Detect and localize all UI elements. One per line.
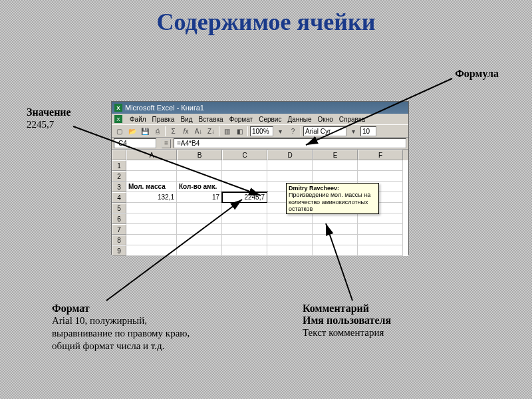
- cell[interactable]: [126, 203, 177, 213]
- cell[interactable]: [267, 224, 313, 235]
- row-header[interactable]: 1: [112, 160, 126, 171]
- cell[interactable]: [358, 171, 403, 182]
- cell[interactable]: Кол-во амк.: [177, 182, 222, 192]
- sum-icon[interactable]: Σ: [168, 126, 179, 137]
- equals-button[interactable]: =: [162, 139, 171, 148]
- cell[interactable]: [267, 213, 313, 224]
- cell[interactable]: [177, 213, 222, 224]
- help-icon[interactable]: ?: [287, 126, 299, 137]
- menu-tools[interactable]: Сервис: [259, 116, 281, 123]
- menu-window[interactable]: Окно: [318, 116, 333, 123]
- cell[interactable]: [126, 245, 177, 256]
- cell[interactable]: [222, 235, 267, 245]
- row-header[interactable]: 8: [112, 235, 126, 245]
- cell[interactable]: [222, 182, 267, 192]
- annotation-format: Формат Arial 10, полужирный, выравнивани…: [52, 303, 190, 352]
- cell[interactable]: [222, 245, 267, 256]
- column-header[interactable]: C: [222, 150, 267, 160]
- cell[interactable]: [358, 213, 403, 224]
- cell[interactable]: 17: [177, 192, 222, 203]
- map-icon[interactable]: ◧: [234, 126, 245, 137]
- menu-file[interactable]: Файл: [130, 116, 146, 123]
- cell[interactable]: [177, 245, 222, 256]
- cell[interactable]: [126, 160, 177, 171]
- row-header[interactable]: 2: [112, 171, 126, 182]
- fx-icon[interactable]: fx: [180, 126, 192, 137]
- column-header[interactable]: F: [358, 150, 403, 160]
- fontsize-field[interactable]: 10: [360, 126, 376, 136]
- cell[interactable]: [267, 245, 313, 256]
- cell[interactable]: [222, 203, 267, 213]
- cell[interactable]: [267, 160, 313, 171]
- cell[interactable]: [267, 171, 313, 182]
- menu-format[interactable]: Формат: [229, 116, 253, 123]
- cell[interactable]: 132,1: [126, 192, 177, 203]
- annotation-value-sub: 2245,7: [27, 118, 71, 131]
- annotation-comment: Комментарий Имя пользователя Текст комме…: [303, 303, 391, 339]
- menu-data[interactable]: Данные: [287, 116, 311, 123]
- cell[interactable]: [267, 235, 313, 245]
- name-box[interactable]: C4: [114, 138, 156, 148]
- cell[interactable]: [313, 224, 358, 235]
- open-icon[interactable]: 📂: [126, 126, 138, 137]
- save-icon[interactable]: 💾: [139, 126, 150, 137]
- row-header[interactable]: 9: [112, 245, 126, 256]
- annotation-value: Значение 2245,7: [27, 106, 71, 131]
- cell[interactable]: [222, 224, 267, 235]
- sort-desc-icon[interactable]: Z↓: [205, 126, 217, 137]
- menubar: X Файл Правка Вид Вставка Формат Сервис …: [112, 114, 408, 124]
- separator: [165, 126, 166, 136]
- annotation-format-l3: общий формат числа и т.д.: [52, 340, 190, 352]
- column-header[interactable]: A: [126, 150, 177, 160]
- cell[interactable]: [177, 224, 222, 235]
- dropdown-icon[interactable]: ▾: [275, 126, 286, 137]
- cell[interactable]: [358, 235, 403, 245]
- column-header[interactable]: B: [177, 150, 222, 160]
- menu-edit[interactable]: Правка: [152, 116, 175, 123]
- annotation-format-head: Формат: [52, 303, 190, 315]
- row-header[interactable]: 3: [112, 182, 126, 192]
- cell[interactable]: [222, 160, 267, 171]
- dropdown-icon[interactable]: ▾: [348, 126, 359, 137]
- menu-help[interactable]: Справка: [339, 116, 365, 123]
- comment-popup: Dmitry Ravcheev: Произведение мол. массы…: [286, 183, 379, 214]
- cell[interactable]: 2245,7: [222, 192, 267, 203]
- zoom-field[interactable]: 100%: [250, 126, 273, 136]
- cell[interactable]: [313, 171, 358, 182]
- cell[interactable]: [177, 171, 222, 182]
- chart-icon[interactable]: ▥: [221, 126, 233, 137]
- select-all-corner[interactable]: [112, 150, 126, 160]
- font-field[interactable]: Arial Cyr: [303, 126, 346, 136]
- separator: [247, 126, 248, 136]
- cell[interactable]: [313, 235, 358, 245]
- cell[interactable]: [222, 171, 267, 182]
- cell[interactable]: [177, 203, 222, 213]
- cell[interactable]: [126, 235, 177, 245]
- row-header[interactable]: 5: [112, 203, 126, 213]
- cell[interactable]: [358, 245, 403, 256]
- cell[interactable]: [358, 160, 403, 171]
- row-header[interactable]: 6: [112, 213, 126, 224]
- sort-asc-icon[interactable]: A↓: [193, 126, 204, 137]
- cell[interactable]: [313, 245, 358, 256]
- cell[interactable]: Мол. масса: [126, 182, 177, 192]
- row-header[interactable]: 4: [112, 192, 126, 203]
- cell[interactable]: [358, 224, 403, 235]
- row-header[interactable]: 7: [112, 224, 126, 235]
- cell[interactable]: [126, 171, 177, 182]
- cell[interactable]: [126, 224, 177, 235]
- cell[interactable]: [222, 213, 267, 224]
- menu-view[interactable]: Вид: [180, 116, 192, 123]
- column-header[interactable]: D: [267, 150, 313, 160]
- cell[interactable]: [313, 160, 358, 171]
- formula-input[interactable]: =A4*B4: [174, 138, 406, 148]
- column-header[interactable]: E: [313, 150, 358, 160]
- cell[interactable]: [177, 160, 222, 171]
- print-icon[interactable]: ⎙: [152, 126, 163, 137]
- cell[interactable]: [126, 213, 177, 224]
- new-icon[interactable]: ▢: [114, 126, 125, 137]
- menu-insert[interactable]: Вставка: [198, 116, 223, 123]
- cell[interactable]: [313, 213, 358, 224]
- cell[interactable]: [177, 235, 222, 245]
- formula-bar: C4 = =A4*B4: [112, 138, 408, 150]
